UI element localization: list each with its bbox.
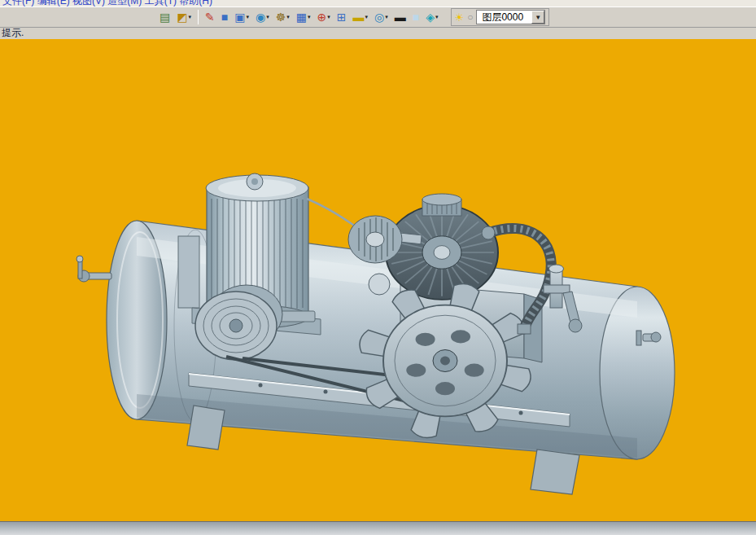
toolbar-separator <box>198 10 199 24</box>
export-sheet-button[interactable]: ▤ <box>157 9 173 25</box>
iso-view-button[interactable]: ▣▾ <box>232 9 251 25</box>
camera-view-icon: ◎ <box>374 11 384 23</box>
solid-cube-button[interactable]: ■ <box>219 9 230 25</box>
dropdown-arrow-icon[interactable]: ▾ <box>286 14 290 20</box>
view-window-button[interactable]: ▦▾ <box>294 9 313 25</box>
sketch-pencil-button[interactable]: ✎ <box>203 9 217 25</box>
solid-cube-icon: ■ <box>221 11 228 23</box>
iso-view-icon: ▣ <box>234 11 245 23</box>
line-width-button[interactable]: ▬ <box>392 9 409 25</box>
ruler-icon: ▬ <box>352 11 364 23</box>
line-width-icon: ▬ <box>395 11 406 23</box>
prompt-text: 提示. <box>2 27 24 38</box>
layer-visibility-bulb-icon[interactable]: ☀ <box>455 12 465 23</box>
dropdown-arrow-icon[interactable]: ▾ <box>246 14 249 20</box>
viewport-split-icon: ⊞ <box>337 11 347 23</box>
viewport-split-button[interactable]: ⊞ <box>334 9 349 25</box>
steering-wheel-button[interactable]: ☸▾ <box>273 9 292 25</box>
bottom-status-bar <box>0 521 756 535</box>
color-swatch-icon: ■ <box>413 11 419 23</box>
display-mode-button[interactable]: ◉▾ <box>253 9 272 25</box>
viewport-canvas[interactable] <box>0 39 756 521</box>
layer-panel: ☀ ○ 图层0000 ▼ <box>451 8 550 26</box>
ruler-button[interactable]: ▬▾ <box>350 9 370 25</box>
camera-view-button[interactable]: ◎▾ <box>372 9 391 25</box>
compressor-model <box>0 39 756 521</box>
render-style-icon: ◩ <box>177 11 187 23</box>
coordinate-system-button[interactable]: ⊕▾ <box>315 9 333 25</box>
head-cap <box>422 194 461 216</box>
dropdown-arrow-icon[interactable]: ▾ <box>188 14 191 20</box>
dropdown-arrow-icon[interactable]: ▾ <box>308 14 311 20</box>
main-toolbar: ▤◩▾✎■▣▾◉▾☸▾▦▾⊕▾⊞▬▾◎▾▬■◈▾ ☀ ○ 图层0000 ▼ <box>0 7 756 28</box>
toolbar-icon-group: ▤◩▾✎■▣▾◉▾☸▾▦▾⊕▾⊞▬▾◎▾▬■◈▾ <box>157 9 441 25</box>
layer-dropdown-arrow-icon[interactable]: ▼ <box>531 11 544 24</box>
layers-visibility-icon: ◈ <box>426 11 435 23</box>
layers-visibility-button[interactable]: ◈▾ <box>423 9 440 25</box>
dropdown-arrow-icon[interactable]: ▾ <box>327 14 330 20</box>
current-layer-label: 图层0000 <box>477 11 531 24</box>
color-swatch-button[interactable]: ■ <box>410 9 422 25</box>
coordinate-system-icon: ⊕ <box>317 11 327 23</box>
prompt-row: 提示. <box>0 28 756 39</box>
dropdown-arrow-icon[interactable]: ▾ <box>266 14 269 20</box>
layer-color-circle-icon[interactable]: ○ <box>467 12 473 22</box>
layer-dropdown[interactable]: 图层0000 ▼ <box>476 10 545 24</box>
cad-application-window: 文件(F) 编辑(E) 视图(V) 造型(M) 工具(T) 帮助(H) ▤◩▾✎… <box>0 0 756 535</box>
menu-text[interactable]: 文件(F) 编辑(E) 视图(V) 造型(M) 工具(T) 帮助(H) <box>2 0 212 7</box>
export-sheet-icon: ▤ <box>160 11 170 23</box>
steering-wheel-icon: ☸ <box>276 11 286 23</box>
dropdown-arrow-icon[interactable]: ▾ <box>435 14 439 20</box>
render-style-button[interactable]: ◩▾ <box>174 9 194 25</box>
display-mode-icon: ◉ <box>256 11 265 23</box>
dropdown-arrow-icon[interactable]: ▾ <box>385 14 388 20</box>
view-window-icon: ▦ <box>296 11 307 23</box>
menu-strip: 文件(F) 编辑(E) 视图(V) 造型(M) 工具(T) 帮助(H) <box>0 0 756 7</box>
compressor-head <box>386 194 498 300</box>
dropdown-arrow-icon[interactable]: ▾ <box>365 14 368 20</box>
sketch-pencil-icon: ✎ <box>205 11 215 23</box>
left-valve <box>76 256 111 282</box>
